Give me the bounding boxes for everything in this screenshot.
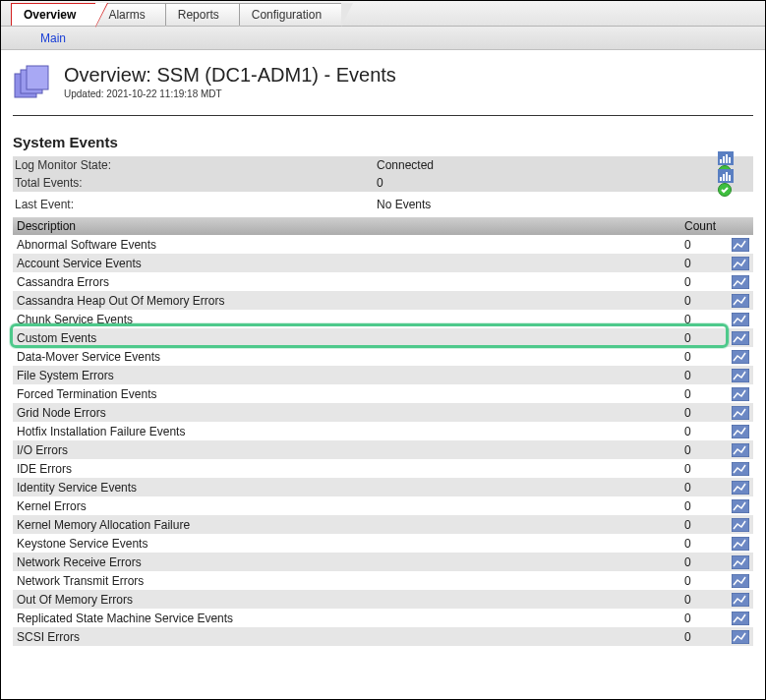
- row-description: Data-Mover Service Events: [13, 350, 684, 364]
- chart-button-icon[interactable]: [718, 169, 751, 183]
- chart-icon[interactable]: [732, 443, 749, 457]
- table-row: Grid Node Errors0: [13, 403, 753, 422]
- row-count: 0: [684, 294, 728, 308]
- main-tabstrip: OverviewAlarmsReportsConfiguration: [1, 1, 765, 27]
- log-monitor-state-value: Connected: [377, 158, 718, 172]
- app-frame: OverviewAlarmsReportsConfiguration Main …: [0, 0, 766, 700]
- table-row: Keystone Service Events0: [13, 534, 753, 553]
- table-row: Cassandra Errors0: [13, 272, 753, 291]
- row-count: 0: [684, 499, 728, 513]
- tab-reports[interactable]: Reports: [165, 3, 239, 26]
- row-description: File System Errors: [13, 369, 684, 382]
- svg-rect-20: [732, 331, 749, 345]
- svg-rect-21: [732, 350, 749, 364]
- chart-icon[interactable]: [732, 238, 749, 252]
- total-events-label: Total Events:: [13, 176, 377, 190]
- table-row: Identity Service Events0: [13, 478, 753, 496]
- table-header: Description Count: [13, 217, 753, 235]
- table-row: Hotfix Installation Failure Events0: [13, 422, 753, 440]
- svg-rect-16: [732, 257, 749, 270]
- row-count: 0: [684, 257, 728, 270]
- chart-icon[interactable]: [732, 612, 749, 625]
- row-description: Custom Events: [13, 331, 684, 345]
- chart-icon[interactable]: [732, 537, 749, 551]
- table-row: Cassandra Heap Out Of Memory Errors0: [13, 291, 753, 310]
- svg-rect-32: [732, 555, 749, 569]
- row-count: 0: [684, 537, 728, 551]
- chart-icon[interactable]: [732, 481, 749, 495]
- svg-rect-33: [732, 574, 749, 588]
- summary-row-log-monitor: Log Monitor State: Connected: [13, 156, 753, 174]
- row-count: 0: [684, 425, 728, 438]
- svg-rect-29: [732, 499, 749, 513]
- chart-icon[interactable]: [732, 387, 749, 401]
- tab-overview[interactable]: Overview: [11, 3, 95, 26]
- summary-row-last-event: Last Event: No Events: [13, 196, 753, 213]
- table-row: Chunk Service Events0: [13, 310, 753, 328]
- row-count: 0: [684, 518, 728, 532]
- row-description: Kernel Memory Allocation Failure: [13, 518, 684, 532]
- row-count: 0: [684, 462, 728, 476]
- row-count: 0: [684, 238, 728, 252]
- table-row: IDE Errors0: [13, 459, 753, 478]
- subtab-main[interactable]: Main: [40, 31, 66, 45]
- chart-icon[interactable]: [732, 630, 749, 644]
- chart-icon[interactable]: [732, 406, 749, 420]
- row-description: Cassandra Errors: [13, 275, 684, 289]
- log-monitor-state-label: Log Monitor State:: [13, 158, 377, 172]
- row-description: Network Transmit Errors: [13, 574, 684, 588]
- chart-icon[interactable]: [732, 555, 749, 569]
- table-row: Data-Mover Service Events0: [13, 347, 753, 366]
- chart-icon[interactable]: [732, 294, 749, 308]
- row-description: Out Of Memory Errors: [13, 593, 684, 607]
- svg-rect-26: [732, 443, 749, 457]
- divider: [13, 115, 753, 116]
- chart-button-icon[interactable]: [718, 151, 751, 165]
- svg-rect-35: [732, 612, 749, 625]
- chart-icon[interactable]: [732, 369, 749, 382]
- table-row: Network Receive Errors0: [13, 553, 753, 571]
- svg-rect-4: [720, 159, 722, 163]
- chart-icon[interactable]: [732, 313, 749, 326]
- row-description: Account Service Events: [13, 257, 684, 270]
- row-description: Grid Node Errors: [13, 406, 684, 420]
- row-description: IDE Errors: [13, 462, 684, 476]
- chart-icon[interactable]: [732, 593, 749, 607]
- table-body: Abnormal Software Events0Account Service…: [13, 235, 753, 646]
- chart-icon[interactable]: [732, 331, 749, 345]
- table-row: Kernel Errors0: [13, 496, 753, 515]
- last-event-label: Last Event:: [13, 198, 377, 211]
- svg-rect-36: [732, 630, 749, 644]
- chart-icon[interactable]: [732, 462, 749, 476]
- svg-rect-34: [732, 593, 749, 607]
- table-row: Network Transmit Errors0: [13, 571, 753, 590]
- section-title: System Events: [13, 134, 753, 150]
- svg-rect-30: [732, 518, 749, 532]
- svg-rect-19: [732, 313, 749, 326]
- row-count: 0: [684, 387, 728, 401]
- table-row: Kernel Memory Allocation Failure0: [13, 515, 753, 534]
- svg-rect-15: [732, 238, 749, 252]
- svg-rect-31: [732, 537, 749, 551]
- col-header-count: Count: [684, 219, 728, 233]
- chart-icon[interactable]: [732, 499, 749, 513]
- row-description: Keystone Service Events: [13, 537, 684, 551]
- row-count: 0: [684, 630, 728, 644]
- chart-icon[interactable]: [732, 257, 749, 270]
- chart-icon[interactable]: [732, 574, 749, 588]
- table-row: File System Errors0: [13, 366, 753, 384]
- row-description: Network Receive Errors: [13, 555, 684, 569]
- chart-icon[interactable]: [732, 350, 749, 364]
- row-description: Chunk Service Events: [13, 313, 684, 326]
- chart-icon[interactable]: [732, 425, 749, 438]
- svg-rect-12: [726, 172, 728, 181]
- chart-icon[interactable]: [732, 518, 749, 532]
- tab-configuration[interactable]: Configuration: [239, 3, 341, 26]
- page-stack-icon: [13, 64, 54, 103]
- svg-rect-2: [27, 66, 48, 89]
- table-row: Replicated State Machine Service Events0: [13, 609, 753, 627]
- row-count: 0: [684, 350, 728, 364]
- chart-icon[interactable]: [732, 275, 749, 289]
- svg-rect-18: [732, 294, 749, 308]
- summary-row-total-events: Total Events: 0: [13, 174, 753, 192]
